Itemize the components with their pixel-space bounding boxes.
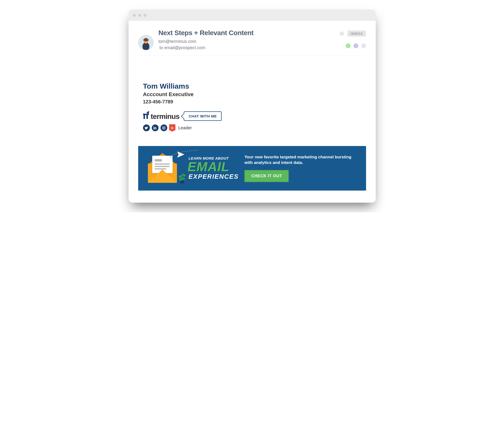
email-to: to email@prospect.com xyxy=(158,45,335,51)
action-dot-purple[interactable] xyxy=(353,43,358,48)
app-window: Next Steps + Relevant Content tom@termin… xyxy=(129,10,376,203)
email-to-address: email@prospect.com xyxy=(164,45,205,50)
email-from: tom@terminus.com xyxy=(158,38,335,45)
signature-title: Acccount Executive xyxy=(143,91,366,98)
inbox-badge: INBOX xyxy=(347,31,366,37)
promo-banner[interactable]: LEARN MORE ABOUT EMAIL EXPERIENCES Your … xyxy=(138,146,366,191)
chat-with-me-button[interactable]: CHAT WITH ME xyxy=(184,111,221,121)
traffic-light-dot xyxy=(138,14,141,17)
email-signature: Tom Williams Acccount Executive 123-456-… xyxy=(138,55,366,132)
email-to-prefix: to xyxy=(159,45,164,50)
g2-label: Leader xyxy=(179,125,192,131)
plant-icon xyxy=(178,171,186,183)
banner-description: Your new favorite targeted marketing cha… xyxy=(244,155,359,166)
status-dot xyxy=(340,31,344,36)
traffic-light-dot xyxy=(133,14,136,17)
email-subject: Next Steps + Relevant Content xyxy=(158,29,335,37)
svg-point-5 xyxy=(164,127,165,127)
brand-logo: terminus xyxy=(143,112,180,121)
brand-name: terminus xyxy=(151,112,180,121)
banner-headline: EMAIL xyxy=(188,161,239,173)
instagram-icon[interactable] xyxy=(160,124,167,131)
header-actions: INBOX xyxy=(340,29,366,48)
paper-plane-icon xyxy=(177,150,185,159)
window-titlebar xyxy=(129,10,376,21)
email-content: Next Steps + Relevant Content tom@termin… xyxy=(129,21,376,203)
action-dot-grey[interactable] xyxy=(361,43,366,48)
traffic-light-dot xyxy=(143,14,146,17)
signature-name: Tom Williams xyxy=(143,82,366,90)
email-meta: Next Steps + Relevant Content tom@termin… xyxy=(158,29,335,51)
svg-rect-10 xyxy=(180,181,184,183)
banner-right: Your new favorite targeted marketing cha… xyxy=(244,155,359,182)
action-dot-green[interactable] xyxy=(346,43,350,48)
banner-headline-block: LEARN MORE ABOUT EMAIL EXPERIENCES xyxy=(188,156,239,181)
g2-badge-icon: G xyxy=(169,124,176,132)
svg-point-4 xyxy=(163,127,164,129)
signature-phone: 123-456-7789 xyxy=(143,99,366,105)
email-header: Next Steps + Relevant Content tom@termin… xyxy=(138,27,366,55)
banner-subhead: EXPERIENCES xyxy=(189,173,239,180)
sender-avatar xyxy=(138,35,154,50)
envelope-illustration-icon xyxy=(145,151,182,185)
brand-mark-icon xyxy=(143,112,149,119)
check-it-out-button[interactable]: CHECK IT OUT xyxy=(244,170,289,182)
twitter-icon[interactable] xyxy=(143,124,150,131)
linkedin-icon[interactable] xyxy=(152,124,158,131)
